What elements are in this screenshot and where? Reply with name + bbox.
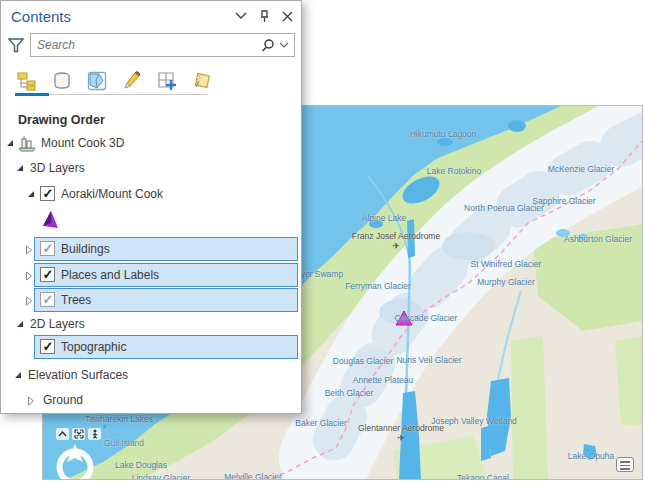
layer-checkbox[interactable] [40, 339, 55, 354]
map-label: Gull Island [104, 438, 144, 448]
map-label: Murphy Glacier [477, 277, 535, 287]
group-label: Elevation Surfaces [28, 364, 128, 386]
map-label: Baker Glacier [295, 418, 347, 428]
airplane-icon: ✈ [392, 241, 400, 251]
active-tab-underline [15, 93, 49, 96]
search-input[interactable] [31, 38, 261, 52]
map-label: Tawharekiri Lakes [85, 414, 153, 424]
purple-tetrahedron-symbol[interactable] [43, 210, 60, 229]
tree-item-scene[interactable]: Mount Cook 3D [1, 131, 301, 156]
map-label: Annette Plateau [353, 375, 414, 385]
map-label: Ferryman Glacier [345, 281, 411, 291]
tree-layer-buildings[interactable]: Buildings [1, 237, 301, 262]
pane-title: Contents [11, 8, 235, 25]
map-label: Alpine Lake [362, 213, 406, 223]
list-by-data-source-tab[interactable] [50, 69, 74, 93]
expanded-arrow-icon[interactable] [5, 138, 15, 148]
map-nav-buttons [56, 428, 101, 440]
map-label: Ashburton Glacier [564, 234, 632, 244]
search-box [30, 33, 295, 57]
pin-icon[interactable] [259, 10, 270, 23]
collapsed-arrow-icon[interactable] [25, 245, 33, 255]
search-icon[interactable] [261, 38, 275, 52]
map-label: Cascade Glacier [395, 313, 458, 323]
list-by-snapping-tab[interactable] [155, 69, 179, 93]
map-label: Melville Glacier [224, 472, 282, 480]
airplane-icon: ✈ [397, 433, 405, 443]
close-icon[interactable] [282, 11, 293, 22]
tree-group-3d-layers[interactable]: 3D Layers [1, 156, 301, 181]
tree-surface-ground[interactable]: Ground [1, 388, 301, 413]
layer-label: Buildings [61, 237, 110, 262]
layer-label: Aoraki/Mount Cook [61, 182, 163, 207]
list-by-editing-tab[interactable] [120, 69, 144, 93]
list-by-drawing-order-tab[interactable] [15, 69, 39, 93]
map-label: Tekapo Canal [457, 473, 509, 480]
filter-funnel-icon[interactable] [8, 38, 24, 53]
collapsed-arrow-icon[interactable] [25, 271, 33, 281]
map-label: North Poerua Glacier [464, 203, 544, 213]
group-label: 3D Layers [30, 156, 85, 181]
map-label: Lake Ōpuha [568, 451, 614, 461]
map-label: Franz Josef Aerodrome [352, 231, 440, 241]
layer-checkbox[interactable] [40, 186, 55, 201]
map-label: Beith Glacier [325, 388, 374, 398]
group-label: 2D Layers [30, 313, 85, 335]
tree-layer-trees[interactable]: Trees [1, 288, 301, 313]
expanded-arrow-icon[interactable] [26, 189, 36, 199]
scene-icon [18, 135, 36, 152]
full-extent-button[interactable] [72, 428, 85, 440]
tree-layer-topographic[interactable]: Topographic [1, 335, 301, 360]
expanded-arrow-icon[interactable] [15, 163, 25, 173]
map-label: Joseph Valley Wetland [431, 416, 517, 426]
map-label: Hikumutu Lagoon [410, 129, 477, 139]
map-label: Lindsay Glacier [132, 473, 191, 480]
collapsed-arrow-icon[interactable] [25, 296, 33, 306]
map-label: Douglas Glacier [333, 356, 393, 366]
map-label: McKenzie Glacier [548, 164, 615, 174]
tree-group-2d-layers[interactable]: 2D Layers [1, 313, 301, 335]
layer-label: Trees [61, 288, 91, 313]
layer-checkbox[interactable] [40, 267, 55, 282]
layer-label: Places and Labels [61, 263, 159, 288]
map-label: Nuns Veil Glacier [396, 355, 461, 365]
contents-titlebar: Contents [1, 1, 301, 31]
list-by-selection-tab[interactable] [85, 69, 109, 93]
search-dropdown-chevron-icon[interactable] [279, 42, 289, 49]
contents-toolbar [1, 59, 301, 95]
list-by-labeling-tab[interactable] [190, 69, 214, 93]
tree-symbol-row[interactable] [1, 206, 301, 234]
contents-pane: Contents [0, 0, 302, 414]
expanded-arrow-icon[interactable] [15, 319, 25, 329]
collapsed-arrow-icon[interactable] [27, 396, 35, 406]
expanded-arrow-icon[interactable] [13, 370, 23, 380]
map-label: Lake Rotokino [427, 166, 481, 176]
tree-layer-places-and-labels[interactable]: Places and Labels [1, 263, 301, 288]
layer-checkbox[interactable] [40, 292, 55, 307]
attribution-credits-icon[interactable] [616, 457, 634, 472]
surface-label: Ground [43, 388, 83, 413]
layer-checkbox[interactable] [40, 241, 55, 256]
explore-person-button[interactable] [88, 428, 101, 440]
map-label: Lake Douglas [115, 460, 167, 470]
scene-label: Mount Cook 3D [41, 131, 124, 156]
layer-label: Topographic [61, 335, 126, 360]
heading-degree-mark: ° [103, 424, 106, 433]
tree-layer-aoraki[interactable]: Aoraki/Mount Cook [1, 182, 301, 207]
collapse-controls-button[interactable] [56, 428, 69, 440]
map-label: Glentanner Aerodrome [358, 423, 444, 433]
compass-navigator[interactable] [52, 442, 98, 480]
map-label: St Winifred Glacier [471, 259, 542, 269]
drawing-order-heading: Drawing Order [1, 95, 301, 127]
chevron-down-icon[interactable] [235, 12, 247, 20]
tree-group-elevation-surfaces[interactable]: Elevation Surfaces [1, 364, 301, 386]
